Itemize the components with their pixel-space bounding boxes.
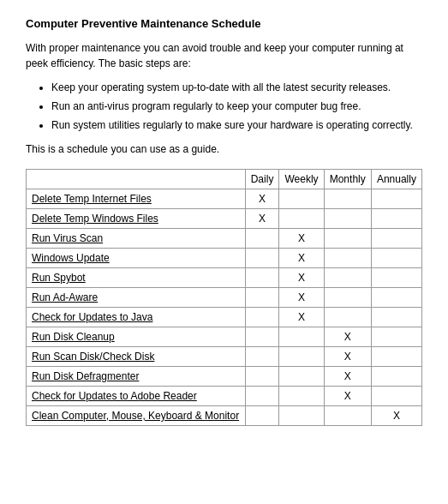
task-weekly-cell: X: [279, 249, 324, 268]
task-monthly-cell: X: [324, 347, 371, 367]
task-daily-cell: [245, 308, 279, 327]
task-daily-cell: X: [245, 189, 279, 209]
task-monthly-cell: [324, 249, 371, 268]
task-name-cell: Run Virus Scan: [27, 229, 246, 249]
task-daily-cell: [245, 327, 279, 347]
intro-text: With proper maintenance you can avoid tr…: [26, 40, 422, 71]
task-weekly-cell: [279, 209, 324, 229]
task-name-cell: Run Disk Defragmenter: [27, 367, 246, 387]
page-title: Computer Preventive Maintenance Schedule: [26, 17, 422, 30]
task-name-cell: Run Scan Disk/Check Disk: [27, 347, 246, 367]
table-row: Delete Temp Internet FilesX: [27, 189, 422, 209]
table-row: Run SpybotX: [27, 268, 422, 288]
table-row: Run Ad-AwareX: [27, 288, 422, 308]
task-annually-cell: [371, 308, 421, 327]
task-daily-cell: [245, 288, 279, 308]
task-monthly-cell: [324, 189, 371, 209]
task-weekly-cell: X: [279, 229, 324, 249]
task-annually-cell: [371, 229, 421, 249]
task-name-cell: Delete Temp Windows Files: [27, 209, 246, 229]
task-name-cell: Clean Computer, Mouse, Keyboard & Monito…: [27, 406, 246, 426]
task-weekly-cell: [279, 347, 324, 367]
guide-text: This is a schedule you can use as a guid…: [26, 141, 422, 157]
table-row: Clean Computer, Mouse, Keyboard & Monito…: [27, 406, 422, 426]
task-monthly-cell: [324, 288, 371, 308]
task-weekly-cell: X: [279, 288, 324, 308]
table-body: Delete Temp Internet FilesXDelete Temp W…: [27, 189, 422, 426]
task-daily-cell: [245, 229, 279, 249]
bullet-item: Keep your operating system up-to-date wi…: [51, 80, 422, 95]
task-monthly-cell: [324, 268, 371, 288]
task-name-cell: Check for Updates to Adobe Reader: [27, 387, 246, 406]
task-annually-cell: [371, 249, 421, 268]
task-monthly-cell: X: [324, 367, 371, 387]
maintenance-table: DailyWeeklyMonthlyAnnually Delete Temp I…: [26, 169, 422, 426]
task-name-cell: Run Ad-Aware: [27, 288, 246, 308]
task-weekly-cell: [279, 387, 324, 406]
table-row: Windows UpdateX: [27, 249, 422, 268]
task-monthly-cell: X: [324, 327, 371, 347]
task-name-cell: Run Disk Cleanup: [27, 327, 246, 347]
task-annually-cell: [371, 189, 421, 209]
task-annually-cell: [371, 327, 421, 347]
task-weekly-cell: [279, 189, 324, 209]
task-daily-cell: [245, 268, 279, 288]
task-weekly-cell: X: [279, 308, 324, 327]
table-header-annually: Annually: [371, 170, 421, 189]
task-monthly-cell: [324, 308, 371, 327]
table-header-row: DailyWeeklyMonthlyAnnually: [27, 170, 422, 189]
task-daily-cell: [245, 249, 279, 268]
bullet-list: Keep your operating system up-to-date wi…: [51, 80, 422, 133]
task-annually-cell: [371, 209, 421, 229]
task-annually-cell: X: [371, 406, 421, 426]
table-header-daily: Daily: [245, 170, 279, 189]
task-monthly-cell: [324, 209, 371, 229]
task-monthly-cell: [324, 406, 371, 426]
task-annually-cell: [371, 268, 421, 288]
table-row: Check for Updates to Adobe ReaderX: [27, 387, 422, 406]
table-row: Run Virus ScanX: [27, 229, 422, 249]
task-name-cell: Check for Updates to Java: [27, 308, 246, 327]
task-weekly-cell: [279, 327, 324, 347]
task-weekly-cell: X: [279, 268, 324, 288]
task-monthly-cell: [324, 229, 371, 249]
task-annually-cell: [371, 387, 421, 406]
bullet-item: Run an anti-virus program regularly to k…: [51, 99, 422, 114]
task-annually-cell: [371, 367, 421, 387]
table-row: Run Disk CleanupX: [27, 327, 422, 347]
table-row: Delete Temp Windows FilesX: [27, 209, 422, 229]
task-weekly-cell: [279, 367, 324, 387]
task-daily-cell: [245, 367, 279, 387]
bullet-item: Run system utilities regularly to make s…: [51, 117, 422, 133]
table-header-task: [27, 170, 246, 189]
table-row: Run Disk DefragmenterX: [27, 367, 422, 387]
table-row: Run Scan Disk/Check DiskX: [27, 347, 422, 367]
task-daily-cell: [245, 347, 279, 367]
task-annually-cell: [371, 347, 421, 367]
task-daily-cell: [245, 387, 279, 406]
task-name-cell: Windows Update: [27, 249, 246, 268]
task-daily-cell: X: [245, 209, 279, 229]
table-header-monthly: Monthly: [324, 170, 371, 189]
task-name-cell: Delete Temp Internet Files: [27, 189, 246, 209]
task-daily-cell: [245, 406, 279, 426]
task-annually-cell: [371, 288, 421, 308]
task-name-cell: Run Spybot: [27, 268, 246, 288]
task-monthly-cell: X: [324, 387, 371, 406]
table-row: Check for Updates to JavaX: [27, 308, 422, 327]
task-weekly-cell: [279, 406, 324, 426]
table-header-weekly: Weekly: [279, 170, 324, 189]
